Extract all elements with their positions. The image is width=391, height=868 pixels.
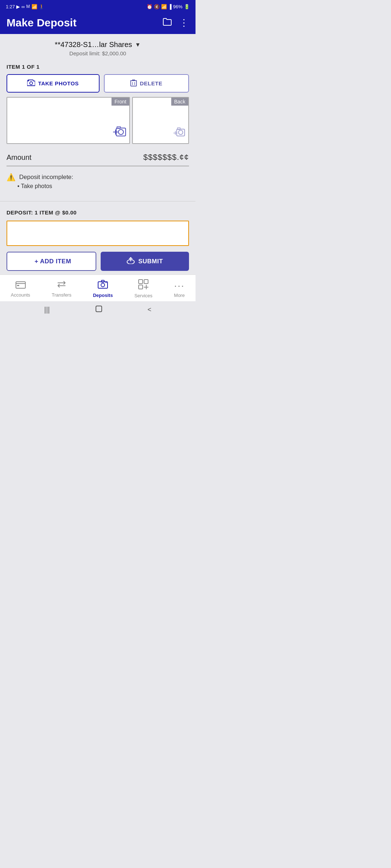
- battery-display: 96%: [173, 4, 182, 9]
- svg-point-12: [178, 130, 183, 135]
- svg-rect-2: [131, 81, 136, 86]
- account-selector[interactable]: **47328-S1…lar Shares ▼ Deposit limit: $…: [0, 34, 196, 59]
- submit-label: SUBMIT: [138, 258, 163, 265]
- main-content: **47328-S1…lar Shares ▼ Deposit limit: $…: [0, 34, 196, 275]
- youtube-icon: ▶: [16, 4, 20, 9]
- front-camera-icon: +: [109, 122, 129, 143]
- deposit-summary: DEPOSIT: 1 ITEM @ $0.00: [0, 201, 196, 218]
- back-icon[interactable]: <: [147, 306, 151, 314]
- account-dropdown[interactable]: **47328-S1…lar Shares ▼: [55, 41, 140, 49]
- take-photos-label: TAKE PHOTOS: [38, 80, 79, 86]
- item-counter: ITEM 1 OF 1: [7, 64, 189, 70]
- svg-rect-19: [101, 280, 104, 282]
- status-left: 1:27 ▶ ∞ M 📶 🚶: [6, 4, 45, 9]
- photo-capture-area: Front + Back +: [7, 97, 189, 144]
- bottom-action-buttons: + ADD ITEM SUBMIT: [0, 249, 196, 275]
- warning-row: ⚠️ Deposit incomplete:: [7, 173, 189, 182]
- nav-item-accounts[interactable]: Accounts: [7, 278, 34, 299]
- svg-rect-21: [139, 280, 143, 284]
- nav-item-deposits[interactable]: Deposits: [89, 278, 117, 299]
- voicemail-icon: ∞: [21, 4, 25, 9]
- status-bar: 1:27 ▶ ∞ M 📶 🚶 ⏰ 🔇 📶 ▐ 96% 🔋: [0, 0, 196, 13]
- deposit-limit: Deposit limit: $2,000.00: [70, 50, 126, 56]
- delete-label: DELETE: [140, 80, 162, 86]
- svg-point-20: [106, 282, 107, 283]
- deposit-thumbnail-box: [7, 221, 189, 246]
- front-photo-box[interactable]: Front +: [7, 97, 130, 144]
- upload-icon: [127, 257, 135, 266]
- app-header: Make Deposit ⋮: [0, 13, 196, 34]
- transfers-icon: [56, 280, 67, 291]
- android-home-bar: ||| <: [0, 301, 196, 320]
- add-item-label: + ADD ITEM: [34, 258, 71, 265]
- more-options-icon[interactable]: ⋮: [179, 17, 189, 29]
- nav-item-services[interactable]: Services: [131, 278, 156, 300]
- alarm-icon: ⏰: [147, 4, 152, 9]
- more-label: More: [174, 293, 185, 298]
- warning-icon: ⚠️: [7, 173, 16, 182]
- svg-rect-23: [139, 285, 143, 289]
- more-icon: ···: [174, 280, 185, 292]
- walk-icon: 🚶: [39, 4, 45, 9]
- services-label: Services: [134, 293, 152, 298]
- warning-title: Deposit incomplete:: [19, 174, 73, 181]
- add-item-button[interactable]: + ADD ITEM: [7, 252, 96, 271]
- amount-row: Amount $$$$$$$.¢¢: [7, 150, 189, 166]
- nav-item-transfers[interactable]: Transfers: [48, 278, 75, 299]
- svg-rect-22: [144, 280, 148, 284]
- nav-item-more[interactable]: ··· More: [171, 278, 189, 299]
- time-display: 1:27: [6, 4, 15, 9]
- amount-value[interactable]: $$$$$$$.¢¢: [143, 153, 189, 162]
- header-actions: ⋮: [163, 17, 189, 29]
- svg-point-8: [118, 129, 123, 135]
- delete-button[interactable]: DELETE: [104, 74, 189, 93]
- trash-icon: [130, 79, 137, 88]
- svg-point-1: [30, 82, 33, 85]
- back-camera-icon: +: [170, 124, 188, 143]
- status-right: ⏰ 🔇 📶 ▐ 96% 🔋: [147, 4, 190, 9]
- gmail-icon: M: [26, 4, 30, 9]
- back-label: Back: [171, 98, 188, 106]
- item-section: ITEM 1 OF 1 TAKE PHOTOS: [0, 59, 196, 191]
- account-label: **47328-S1…lar Shares: [55, 41, 132, 49]
- submit-button[interactable]: SUBMIT: [101, 252, 189, 271]
- wifi-icon: 📶: [161, 4, 167, 9]
- warning-section: ⚠️ Deposit incomplete: • Take photos: [7, 171, 189, 191]
- services-icon: [138, 279, 148, 292]
- recent-apps-icon[interactable]: |||: [44, 306, 50, 314]
- accounts-label: Accounts: [11, 292, 30, 298]
- deposits-icon: [98, 280, 108, 292]
- svg-point-18: [101, 283, 105, 287]
- front-label: Front: [112, 98, 129, 106]
- back-photo-box[interactable]: Back +: [132, 97, 189, 144]
- warning-bullet: • Take photos: [7, 183, 189, 190]
- amount-label: Amount: [7, 153, 31, 162]
- accounts-icon: [16, 280, 26, 291]
- battery-icon: 🔋: [184, 4, 190, 9]
- signal-bars-icon: ▐: [168, 4, 172, 9]
- bottom-navigation: Accounts Transfers Deposits: [0, 275, 196, 301]
- signal-icon: 📶: [31, 4, 37, 9]
- svg-rect-16: [17, 285, 19, 286]
- page-title: Make Deposit: [7, 17, 76, 29]
- camera-icon: [27, 80, 35, 87]
- svg-rect-24: [96, 306, 102, 312]
- transfers-label: Transfers: [52, 292, 71, 298]
- action-buttons-row: TAKE PHOTOS DELETE: [7, 74, 189, 93]
- mute-icon: 🔇: [154, 4, 160, 9]
- folder-icon[interactable]: [163, 18, 172, 28]
- take-photos-button[interactable]: TAKE PHOTOS: [7, 74, 100, 93]
- svg-rect-13: [177, 128, 180, 129]
- deposits-label: Deposits: [93, 293, 113, 298]
- dropdown-arrow-icon: ▼: [135, 42, 141, 48]
- home-icon[interactable]: [95, 305, 103, 315]
